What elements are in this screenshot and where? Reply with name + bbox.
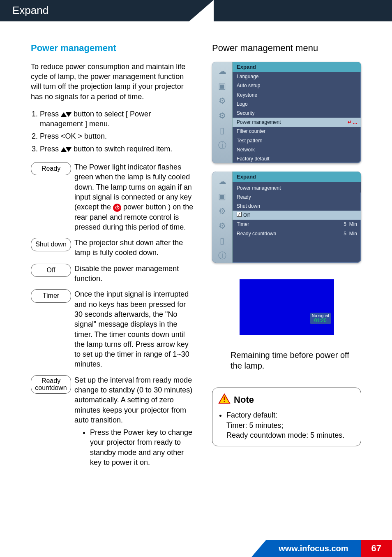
footer-url: www.infocus.com [266,540,360,557]
menu2-header: Expand [233,172,361,182]
timer-caption: Remaining time before power off the lamp… [231,350,361,371]
option-timer-desc: Once the input signal is interrupted and… [74,289,196,369]
bulb-icon: ▯ [216,234,228,247]
no-signal-badge: No signal 01:20 [310,313,331,324]
option-off-desc: Disable the power management function. [74,264,196,284]
menu1-item[interactable]: Network [233,145,361,154]
gear2-icon: ⚙ [216,110,228,122]
note-text: Factory default: Timer: 5 minutes; Ready… [226,410,355,440]
option-ready-button: Ready [31,162,71,175]
option-readycd-button: Ready countdown [31,375,71,394]
note-box: Note Factory default: Timer: 5 minutes; … [212,388,361,446]
bulb-icon: ▯ [216,125,228,137]
triangle-down-icon [66,112,71,117]
step-2: Press <OK > button. [40,131,196,141]
option-shutdown-desc: The projector shut down after the lamp i… [74,238,196,258]
menu2-item-readycd[interactable]: Ready countdown 5 Min [233,229,361,238]
option-off-button: Off [31,264,71,277]
power-icon: ⏻ [113,204,121,212]
enter-icon: ↵ ... [348,119,357,125]
cloud-icon: ☁ [216,65,228,78]
option-ready-desc: The Power light indicator flashes green … [74,162,196,232]
tab-expand: Expand [0,0,61,21]
option-shutdown-button: Shut down [31,238,71,251]
menu2-timer-label: Timer [237,221,249,227]
menu2-timer-val: 5 [344,221,346,227]
menu2-readycd-val: 5 [344,231,346,237]
menu-panel-power-management: ☁ ▣ ⚙ ⚙ ▯ ⓘ Expand Power management Read… [212,172,361,263]
option-timer-button: Timer [31,289,71,302]
page-number: 67 [361,540,392,557]
readycd-l2: countdown [35,384,67,391]
menu2-readycd-label: Ready countdown [237,230,276,237]
menu1-item[interactable]: Logo [233,100,361,109]
step-3: Press button to switch required item. [40,144,196,154]
step-3-text-b: button to switch required item. [71,145,172,153]
readycd-l1: Ready [42,377,60,384]
menu2-item-ready[interactable]: Ready [233,193,361,202]
gear-icon: ⚙ [216,95,228,107]
menu-panel-expand: ☁ ▣ ⚙ ⚙ ▯ ⓘ Expand Language Auto setup K… [212,62,361,163]
menu2-subheader: Power management [233,182,361,193]
step-1-text-a: Press [40,110,61,118]
info-icon: ⓘ [216,139,228,152]
no-signal-screen: No signal 01:20 [240,279,334,335]
heading-power-management: Power management [31,42,196,54]
menu1-item[interactable]: Keystone [233,91,361,100]
pointer-line [315,335,315,346]
menu2-item-off-selected[interactable]: Off [233,211,361,220]
svg-rect-1 [224,397,225,400]
menu1-item-selected[interactable]: Power management ↵ ... [233,118,361,127]
tab-slash-decor [189,0,214,21]
triangle-down-icon [66,147,71,152]
footer-slash-decor [251,540,266,557]
tab-bar: Expand [0,0,392,21]
option-readycd-desc: Set up the interval from ready mode chan… [74,375,196,425]
menu1-item[interactable]: Auto setup [233,81,361,90]
checkbox-icon [237,212,242,217]
menu1-item[interactable]: Factory default [233,154,361,163]
svg-rect-2 [224,401,225,402]
menu-icon-column: ☁ ▣ ⚙ ⚙ ▯ ⓘ [212,172,233,263]
menu1-header: Expand [233,62,361,72]
menu1-item[interactable]: Test pattern [233,136,361,145]
projector-icon: ▣ [216,80,228,93]
note-title: Note [234,394,254,406]
gear2-icon: ⚙ [216,220,228,232]
menu-icon-column: ☁ ▣ ⚙ ⚙ ▯ ⓘ [212,62,233,163]
menu2-timer-unit: Min [349,221,357,227]
step-1: Press button to select [ Power managemen… [40,109,196,129]
menu1-item[interactable]: Filter counter [233,127,361,136]
option-readycd-bullet: Press the Power key to change your proje… [90,427,196,467]
step-3-text-a: Press [40,145,61,153]
menu2-item-shutdown[interactable]: Shut down [233,202,361,211]
projector-icon: ▣ [216,190,228,202]
gear-icon: ⚙ [216,205,228,217]
cloud-icon: ☁ [216,175,228,188]
warning-icon [218,393,231,407]
countdown-time: 01:20 [312,318,329,323]
footer: www.infocus.com 67 [0,540,392,557]
steps-list: Press button to select [ Power managemen… [31,109,196,154]
menu1-sel-label: Power management [237,119,281,125]
info-icon: ⓘ [216,249,228,262]
menu2-readycd-unit: Min [349,231,357,237]
menu1-item[interactable]: Language [233,72,361,81]
intro-paragraph: To reduce power consumption and maintain… [31,62,196,102]
menu2-off-label: Off [243,212,250,218]
menu1-item[interactable]: Security [233,109,361,118]
heading-pm-menu: Power management menu [212,42,361,54]
menu2-item-timer[interactable]: Timer 5 Min [233,220,361,229]
